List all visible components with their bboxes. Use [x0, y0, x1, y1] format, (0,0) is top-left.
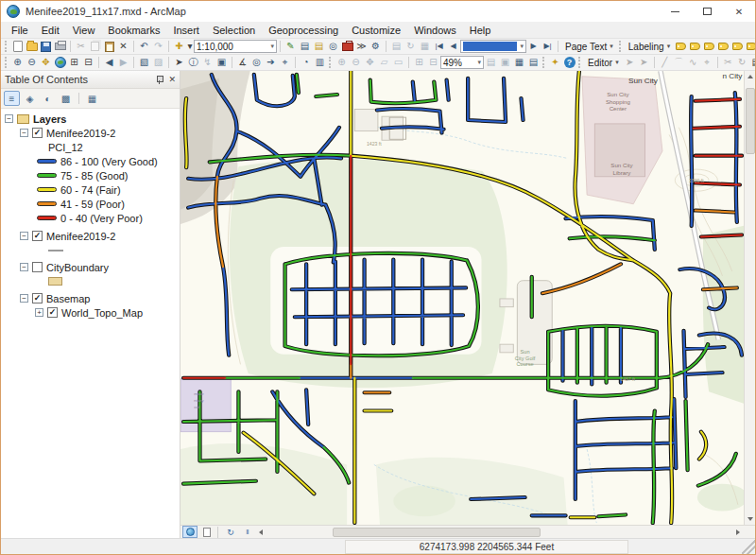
menu-windows[interactable]: Windows — [407, 23, 463, 38]
ddp-setup-button[interactable]: ▤ — [389, 40, 404, 53]
layers-label[interactable]: Layers — [33, 113, 66, 125]
arc-segment-tool[interactable]: ⌒ — [672, 56, 686, 69]
maximize-button[interactable] — [691, 1, 723, 22]
tree-item-menifee-layer-2[interactable]: − ✓ Menifee2019-2 — [5, 229, 180, 243]
clear-selection-button[interactable]: ▨ — [151, 56, 165, 69]
expander-icon[interactable]: + — [35, 308, 43, 317]
find-tool[interactable]: ◎ — [249, 56, 264, 69]
labeling-menu[interactable]: Labeling ▾ — [625, 42, 674, 52]
save-button[interactable] — [39, 40, 53, 53]
copy-button[interactable] — [88, 40, 102, 53]
scroll-down-button[interactable] — [745, 513, 756, 525]
identify-tool[interactable]: ⓘ — [186, 56, 200, 69]
toolbar-grip[interactable] — [542, 57, 546, 68]
find-route-tool[interactable]: ➔ — [264, 56, 278, 69]
go-forward-extent-button[interactable]: ▶ — [116, 56, 130, 69]
menu-geoprocessing[interactable]: Geoprocessing — [262, 23, 345, 38]
vertical-scroll-thumb[interactable] — [746, 88, 755, 154]
search-window-button[interactable]: ◎ — [326, 40, 340, 53]
attributes-button[interactable]: ▤ — [749, 56, 755, 69]
pause-labeling-button[interactable] — [730, 40, 745, 53]
pan-tool[interactable]: ✥ — [39, 56, 53, 69]
legend-item[interactable]: 0 - 40 (Very Poor) — [5, 211, 180, 225]
open-button[interactable] — [25, 40, 39, 53]
snapping-button[interactable]: ✦ — [548, 56, 562, 69]
split-tool[interactable]: ✂ — [721, 56, 735, 69]
arctoolbox-button[interactable] — [340, 40, 354, 53]
map-canvas[interactable]: Sun City n City Sun City Shopping Center… — [180, 71, 744, 525]
straight-segment-tool[interactable]: ╱ — [658, 56, 672, 69]
resize-grip[interactable] — [742, 539, 755, 554]
list-by-selection-button[interactable]: ▩ — [58, 91, 74, 106]
layout-fixed-zoom-in-button[interactable]: ⊞ — [412, 56, 426, 69]
pin-icon[interactable] — [155, 75, 164, 84]
scroll-up-button[interactable] — [745, 71, 756, 82]
new-document-button[interactable] — [10, 40, 25, 53]
html-popup-tool[interactable]: ▣ — [215, 56, 229, 69]
redo-button[interactable]: ↷ — [151, 40, 165, 53]
time-slider-button[interactable]: ◔ — [299, 56, 313, 69]
tree-item-basemap[interactable]: − ✓ Basemap — [5, 291, 180, 305]
scroll-left-button[interactable] — [255, 527, 266, 538]
layer-checkbox[interactable]: ✓ — [32, 231, 43, 241]
layer-label[interactable]: Menifee2019-2 — [46, 128, 115, 139]
full-extent-button[interactable] — [53, 56, 67, 69]
ddp-page-combo[interactable]: ▾ — [460, 40, 526, 53]
toolbar-grip[interactable] — [329, 57, 333, 68]
zoom-whole-page-button[interactable]: ▱ — [377, 56, 391, 69]
python-window-button[interactable]: ≫ — [354, 40, 369, 53]
layout-zoom-in-tool[interactable]: ⊕ — [335, 56, 349, 69]
minimize-button[interactable] — [659, 1, 691, 22]
ddp-refresh-button[interactable]: ↻ — [404, 40, 418, 53]
ddp-previous-page-button[interactable]: ◀ — [446, 40, 460, 53]
menu-file[interactable]: File — [5, 23, 35, 38]
cut-button[interactable]: ✂ — [74, 40, 88, 53]
label-weight-button[interactable] — [702, 40, 716, 53]
add-data-dropdown[interactable]: ▾ — [186, 40, 194, 53]
legend-item[interactable]: 60 - 74 (Fair) — [5, 182, 180, 197]
zoom-out-tool[interactable]: ⊖ — [25, 56, 39, 69]
ddp-next-page-button[interactable]: ▶ — [526, 40, 541, 53]
layer-label[interactable]: World_Topo_Map — [61, 307, 143, 319]
menu-bookmarks[interactable]: Bookmarks — [101, 23, 166, 38]
paste-button[interactable] — [102, 40, 116, 53]
pause-drawing-button[interactable]: ‖ — [240, 526, 255, 538]
lock-labels-button[interactable] — [716, 40, 730, 53]
legend-item[interactable]: 86 - 100 (Very Good) — [5, 154, 180, 168]
select-features-button[interactable]: ▧ — [137, 56, 151, 69]
expander-icon[interactable]: − — [20, 232, 28, 240]
layer-checkbox[interactable]: ✓ — [47, 307, 58, 318]
undo-button[interactable]: ↶ — [137, 40, 151, 53]
fixed-zoom-in-button[interactable]: ⊞ — [67, 56, 81, 69]
delete-button[interactable]: ✕ — [116, 40, 130, 53]
layer-label[interactable]: CityBoundary — [46, 262, 109, 273]
label-manager-button[interactable] — [674, 40, 688, 53]
menu-view[interactable]: View — [66, 23, 102, 38]
expander-icon[interactable]: − — [20, 129, 28, 137]
expander-icon[interactable]: − — [5, 114, 13, 123]
tree-item-layers[interactable]: − Layers — [5, 112, 180, 126]
layout-view-button[interactable] — [199, 526, 215, 538]
go-to-xy-tool[interactable]: ⌖ — [278, 56, 292, 69]
editor-toolbar-toggle[interactable]: ✎ — [284, 40, 298, 53]
toolbar-grip[interactable] — [5, 57, 9, 68]
tree-item-world-topo-map[interactable]: + ✓ World_Topo_Map — [5, 305, 180, 320]
list-by-source-button[interactable]: ◈ — [22, 91, 38, 106]
legend-item[interactable]: 75 - 85 (Good) — [5, 168, 180, 182]
toc-close-icon[interactable]: ✕ — [168, 75, 176, 84]
create-viewer-window-button[interactable]: ▥ — [313, 56, 327, 69]
layer-checkbox-unchecked[interactable] — [32, 262, 43, 272]
select-elements-tool[interactable]: ➤ — [172, 56, 186, 69]
data-driven-page-button[interactable]: ▤ — [526, 56, 541, 69]
editor-menu[interactable]: Editor ▾ — [584, 58, 623, 68]
focus-data-frame-button[interactable]: ▣ — [498, 56, 512, 69]
edit-tool[interactable]: ➤ — [623, 56, 637, 69]
measure-tool[interactable]: ∡ — [235, 56, 249, 69]
horizontal-scroll-thumb[interactable] — [333, 528, 541, 537]
expander-icon[interactable]: − — [20, 263, 28, 271]
table-of-contents-window-button[interactable]: ▤ — [298, 40, 312, 53]
ddp-page-table-button[interactable]: ▦ — [418, 40, 432, 53]
go-back-extent-button[interactable]: ◀ — [102, 56, 116, 69]
layout-zoom-percent-combo[interactable]: 49% ▾ — [440, 56, 484, 69]
toolbar-grip[interactable] — [578, 57, 582, 68]
